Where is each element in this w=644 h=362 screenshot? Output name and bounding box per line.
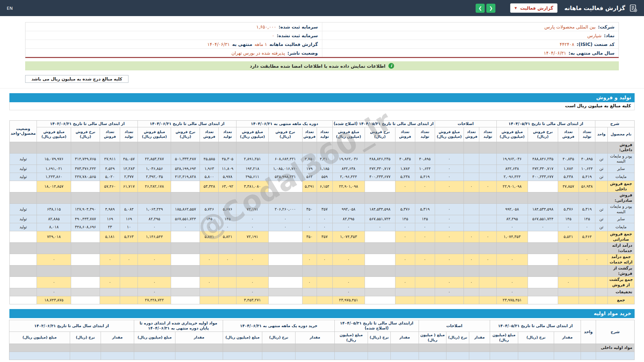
value-cell [558, 296, 579, 304]
value-cell: ۰ [464, 181, 479, 192]
language-toggle-en[interactable]: EN [7, 6, 13, 11]
column-group-header: از ابتدای سال مالی تا تاریخ ۱۴۰۴/۰۵/۳۱ [496, 121, 595, 127]
column-header: مقدار [295, 332, 334, 344]
info-value: ۱۴۰۴/۰۶/۳۱ [544, 50, 566, 56]
unit-cell: تن [595, 215, 607, 223]
value-cell: ۳۴۸,۶۰۸,۶۹۶ [71, 223, 100, 231]
next-report-button[interactable]: ❯ [486, 4, 495, 13]
value-cell: ۰ [395, 277, 415, 288]
unit-cell: تن [595, 165, 607, 173]
value-cell: ۴,۹۸۹ [100, 204, 120, 215]
row-name-cell: پودر و مایعات البسه [607, 204, 634, 215]
value-cell [71, 254, 100, 265]
column-header: نرخ (ریال) [70, 332, 101, 344]
value-cell [71, 243, 100, 254]
value-cell [558, 288, 579, 296]
prev-report-button[interactable]: ❮ [476, 4, 485, 13]
value-cell: ۴,۷۵۰ [302, 153, 317, 165]
value-cell: ۳,۳۸۱,۰۸۰ [236, 181, 268, 192]
value-cell [171, 181, 200, 192]
value-cell [490, 352, 518, 360]
table-row: جمع۲۳,۹۷۵,۴۵۱۲۳,۹۷۵,۴۵۱۳,۴۵۳,۲۷۱۲۷,۴۲۸,۷… [10, 296, 635, 304]
table-subheader-row: مقدارنرخ (ریال)مبلغ (میلیون ریال)مقدارنر… [9, 332, 634, 344]
value-cell: ۹۹۲,۰۵۸ [496, 204, 528, 215]
value-cell: ۵۶۷,۵۵۱,۷۲۴ [171, 215, 200, 223]
report-type-dropdown[interactable]: گزارش فعالیت ▼ [510, 3, 557, 13]
column-group-header: دوره یک ماهه منتهی به ۱۴۰۴/۰۶/۳۱ [236, 121, 332, 127]
value-cell [365, 277, 395, 288]
status-cell: تولید [10, 165, 37, 173]
value-cell [579, 288, 595, 296]
value-cell: ۴۰۰,۲۳۳,۶۷۷ [365, 173, 395, 181]
value-cell [317, 265, 332, 277]
value-cell: ۲۳,۹۷۵,۴۵۱ [496, 296, 528, 304]
value-cell: ۴۰,۸۳۵ [395, 153, 415, 165]
status-cell [10, 142, 37, 153]
value-cell: ۰ [200, 254, 219, 265]
value-cell: ۲۹۵,۶۱۱ [236, 173, 268, 181]
column-group-header: مواد اولیه خریداری شده از ابتدای دوره تا… [134, 320, 223, 332]
value-cell: ۱,۰۶۴,۲۴۹ [138, 204, 171, 215]
value-cell [479, 223, 496, 231]
value-cell [302, 142, 317, 153]
column-group-header: از ابتدای سال مالی تا تاریخ ۱۴۰۴/۰۶/۳۱ [138, 121, 236, 127]
value-cell: ۰ [138, 277, 171, 288]
company-info-cell: شرکت:بین المللی محصولات پارس [322, 22, 619, 31]
main-content: @Codal360_ir تولید و فروش کلیه مبالغ به … [9, 93, 635, 360]
value-cell [134, 344, 175, 352]
unit-cell [595, 192, 607, 204]
value-cell: ۰ [464, 277, 479, 288]
value-cell: ۱۴۵ [579, 215, 595, 223]
value-cell [302, 243, 317, 254]
value-cell: ۴۱۲,۴۱۹,۸۲۸ [171, 173, 200, 181]
company-info-cell: کد صنعت (ISIC):۴۴۲۴۰۸ [322, 40, 619, 48]
value-cell: ۵,۶۷۶ [219, 204, 236, 215]
value-cell [71, 296, 100, 304]
unit-header: واحد [581, 320, 596, 344]
status-cell [10, 181, 37, 192]
amounts-note: کلیه مبالغ درج شده به میلیون ریال می باش… [25, 75, 128, 83]
value-cell [365, 192, 395, 204]
value-cell [528, 277, 558, 288]
value-cell [365, 243, 395, 254]
value-cell [223, 352, 262, 360]
table-row: سایرتن۱۰,۶۲۴۱,۷۸۴۴۷۲,۳۳۰,۷۱۷۸۴۲,۶۳۸۰۱۰,۶… [10, 165, 635, 173]
unit-cell: تن [595, 153, 607, 165]
value-cell: ۴,۵۲۹ [100, 165, 120, 173]
value-cell: ۸۴۲,۶۳۸ [332, 165, 365, 173]
row-name-cell: سایر [607, 165, 634, 173]
value-cell: ۰ [100, 254, 120, 265]
value-cell: ۴۷۲,۳۳۰,۷۱۷ [528, 165, 558, 173]
value-cell [236, 265, 268, 277]
value-cell [464, 265, 479, 277]
value-cell [334, 344, 368, 352]
value-cell [415, 288, 435, 296]
value-cell [219, 142, 236, 153]
value-cell [464, 296, 479, 304]
value-cell: ۰ [37, 254, 71, 265]
value-cell: ۳۵۷ [317, 231, 332, 243]
value-cell [236, 142, 268, 153]
value-cell [71, 288, 100, 296]
value-cell: ۰ [332, 254, 365, 265]
value-cell: ۱۴۵ [415, 215, 435, 223]
value-cell [554, 352, 581, 360]
row-name-cell: فروش صادراتی: [607, 192, 634, 204]
value-cell [518, 352, 554, 360]
status-cell [10, 296, 37, 304]
row-name-cell: جمع درآمد ارائه خدمات [607, 254, 634, 265]
value-cell: ۵,۰۲۰ [100, 173, 120, 181]
value-cell [236, 192, 268, 204]
value-cell [70, 344, 101, 352]
value-cell [464, 223, 479, 231]
value-cell: ۲۰۶,۲۶۰,۰۰۰ [268, 204, 302, 215]
value-cell: ۴۵,۳۰۵ [219, 153, 236, 165]
value-cell [120, 277, 138, 288]
column-header: تعداد فروش [100, 127, 120, 142]
value-cell [175, 352, 223, 360]
value-cell: ۰ [479, 254, 496, 265]
value-cell: ۵۶۲ [302, 173, 317, 181]
value-cell [268, 288, 302, 296]
row-name-cell: درآمد ارائه خدمات: [607, 243, 634, 254]
value-cell: ۱۸,۰۱۴,۸۵۷ [37, 181, 71, 192]
